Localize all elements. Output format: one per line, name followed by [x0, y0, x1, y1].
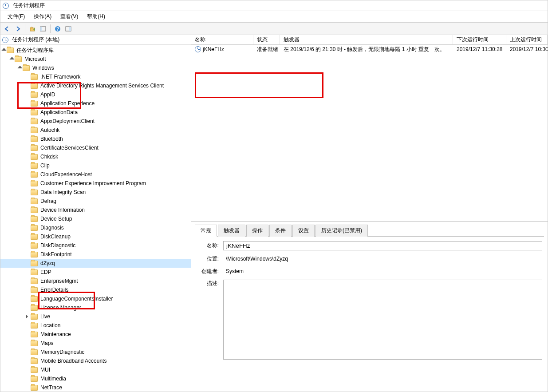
show-hide-tree-button[interactable] — [38, 24, 48, 34]
folder-icon — [31, 216, 38, 222]
tree-item-mobile-broadband-accounts[interactable]: Mobile Broadband Accounts — [0, 356, 191, 365]
expand-icon[interactable] — [24, 313, 31, 320]
tree-item-edp[interactable]: EDP — [0, 268, 191, 277]
tree-item-diskfootprint[interactable]: DiskFootprint — [0, 250, 191, 259]
clock-icon — [2, 37, 8, 43]
tree-microsoft[interactable]: Microsoft — [0, 55, 191, 63]
tree-item-clip[interactable]: Clip — [0, 161, 191, 170]
tree-item-label: dZyzq — [39, 259, 56, 268]
tree-item-applicationdata[interactable]: ApplicationData — [0, 108, 191, 117]
tab-conditions[interactable]: 条件 — [269, 225, 292, 237]
tree-library[interactable]: 任务计划程序库 — [0, 46, 191, 55]
tree-item-dzyzq[interactable]: dZyzq — [0, 259, 191, 268]
menu-help[interactable]: 帮助(H) — [83, 12, 110, 22]
task-row[interactable]: jKNeFHz 准备就绪 在 2019/12/6 的 21:30 时 - 触发后… — [191, 45, 548, 54]
tree-item-autochk[interactable]: Autochk — [0, 126, 191, 135]
tree-item-enterprisemgmt[interactable]: EnterpriseMgmt — [0, 277, 191, 285]
tree-item-device-information[interactable]: Device Information — [0, 206, 191, 214]
general-form: 名称: 位置: \Microsoft\Windows\dZyzq 创建者: Sy… — [195, 237, 544, 368]
tree-item-live[interactable]: Live — [0, 312, 191, 321]
tree-item-label: CertificateServicesClient — [39, 143, 99, 152]
up-button[interactable] — [28, 24, 37, 34]
tree-item-label: EDP — [39, 268, 52, 277]
tree-item-diskcleanup[interactable]: DiskCleanup — [0, 232, 191, 241]
tree-item-label: Maps — [39, 339, 54, 348]
tree-item-maps[interactable]: Maps — [0, 339, 191, 348]
tree-item-label: ApplicationData — [39, 108, 79, 117]
tree-item-maintenance[interactable]: Maintenance — [0, 330, 191, 339]
tree-windows[interactable]: Windows — [0, 63, 191, 72]
tree-item-memorydiagnostic[interactable]: MemoryDiagnostic — [0, 348, 191, 356]
tree-item-certificateservicesclient[interactable]: CertificateServicesClient — [0, 143, 191, 152]
tree-item-location[interactable]: Location — [0, 321, 191, 330]
twisty-placeholder — [24, 189, 31, 195]
show-actions-button[interactable] — [63, 24, 73, 34]
twisty-placeholder — [24, 118, 31, 124]
collapse-icon[interactable] — [16, 65, 23, 71]
tree-root-label[interactable]: 任务计划程序 (本地) — [12, 36, 59, 44]
label-location: 位置: — [197, 255, 223, 263]
tab-general[interactable]: 常规 — [195, 225, 217, 237]
tree: 任务计划程序库MicrosoftWindows.NET FrameworkAct… — [0, 45, 191, 392]
col-name[interactable]: 名称 — [191, 35, 253, 44]
clock-icon — [195, 46, 201, 52]
twisty-placeholder — [24, 331, 31, 337]
tree-item-label: DiskCleanup — [39, 232, 71, 241]
tree-item-errordetails[interactable]: ErrorDetails — [0, 285, 191, 294]
tree-item-label: Application Experience — [39, 99, 95, 108]
tree-item-label: MemoryDiagnostic — [39, 348, 85, 356]
col-status[interactable]: 状态 — [253, 35, 280, 44]
tab-history[interactable]: 历史记录(已禁用) — [315, 225, 368, 237]
menu-file[interactable]: 文件(F) — [3, 12, 29, 22]
tree-item-mui[interactable]: MUI — [0, 365, 191, 374]
menu-action[interactable]: 操作(A) — [29, 12, 56, 22]
textarea-description[interactable] — [223, 280, 542, 360]
tree-item-active-directory-rights-management-services-client[interactable]: Active Directory Rights Management Servi… — [0, 81, 191, 90]
tab-triggers[interactable]: 触发器 — [218, 225, 245, 237]
folder-icon — [31, 190, 38, 195]
tree-item-appid[interactable]: AppID — [0, 90, 191, 99]
label-author: 创建者: — [197, 268, 223, 275]
tree-item-customer-experience-improvement-program[interactable]: Customer Experience Improvement Program — [0, 179, 191, 188]
tree-item-data-integrity-scan[interactable]: Data Integrity Scan — [0, 188, 191, 197]
tree-item-device-setup[interactable]: Device Setup — [0, 214, 191, 223]
tree-item--net-framework[interactable]: .NET Framework — [0, 72, 191, 81]
collapse-icon[interactable] — [8, 56, 15, 62]
tree-item-label: Autochk — [39, 126, 60, 135]
folder-icon — [31, 225, 38, 231]
help-button[interactable]: ? — [53, 24, 63, 34]
tree-item-label: Customer Experience Improvement Program — [39, 179, 147, 188]
tabs: 常规 触发器 操作 条件 设置 历史记录(已禁用) — [195, 224, 544, 237]
tree-item-defrag[interactable]: Defrag — [0, 197, 191, 206]
tree-item-cloudexperiencehost[interactable]: CloudExperienceHost — [0, 170, 191, 179]
tree-item-application-experience[interactable]: Application Experience — [0, 99, 191, 108]
tree-item-chkdsk[interactable]: Chkdsk — [0, 152, 191, 161]
col-trigger[interactable]: 触发器 — [280, 35, 453, 44]
folder-icon — [31, 341, 38, 346]
twisty-placeholder — [24, 74, 31, 80]
tree-pane: 任务计划程序 (本地) 任务计划程序库MicrosoftWindows.NET … — [0, 35, 191, 392]
tab-settings[interactable]: 设置 — [292, 225, 315, 237]
forward-button[interactable] — [13, 24, 23, 34]
input-name[interactable] — [223, 241, 542, 250]
tab-actions[interactable]: 操作 — [246, 225, 268, 237]
tree-item-license-manager[interactable]: License Manager — [0, 303, 191, 312]
back-button[interactable] — [2, 24, 12, 34]
tree-item-appxdeploymentclient[interactable]: AppxDeploymentClient — [0, 117, 191, 126]
tree-item-diagnosis[interactable]: Diagnosis — [0, 223, 191, 232]
twisty-placeholder — [24, 162, 31, 169]
tree-item-languagecomponentsinstaller[interactable]: LanguageComponentsInstaller — [0, 294, 191, 303]
tree-item-diskdiagnostic[interactable]: DiskDiagnostic — [0, 241, 191, 250]
menu-view[interactable]: 查看(V) — [56, 12, 83, 22]
tree-item-multimedia[interactable]: Multimedia — [0, 374, 191, 383]
folder-icon — [31, 376, 38, 382]
tree-item-bluetooth[interactable]: Bluetooth — [0, 135, 191, 143]
col-next[interactable]: 下次运行时间 — [453, 35, 506, 44]
col-last[interactable]: 上次运行时间 — [506, 35, 548, 44]
tree-item-label: MUI — [39, 365, 51, 374]
collapse-icon[interactable] — [0, 47, 7, 53]
tree-item-label: LanguageComponentsInstaller — [39, 294, 114, 303]
tree-item-label: CloudExperienceHost — [39, 170, 93, 179]
cell-status: 准备就绪 — [253, 46, 280, 53]
tree-item-nettrace[interactable]: NetTrace — [0, 383, 191, 392]
